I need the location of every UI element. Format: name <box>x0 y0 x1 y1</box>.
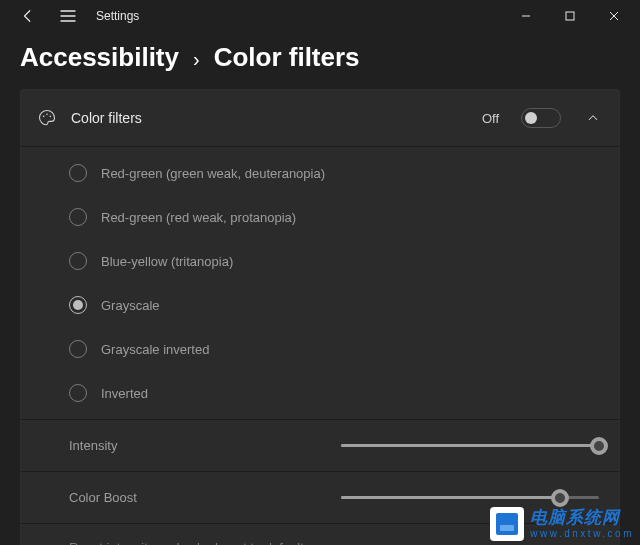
breadcrumb-separator-icon: › <box>193 48 200 71</box>
radio-icon[interactable] <box>69 340 87 358</box>
svg-point-2 <box>46 113 48 115</box>
svg-rect-0 <box>566 12 574 20</box>
filter-option[interactable]: Inverted <box>21 371 619 415</box>
color-filters-header[interactable]: Color filters Off <box>21 90 619 146</box>
toggle-state-label: Off <box>482 111 499 126</box>
radio-icon[interactable] <box>69 296 87 314</box>
radio-icon[interactable] <box>69 252 87 270</box>
filter-option[interactable]: Red-green (red weak, protanopia) <box>21 195 619 239</box>
back-button[interactable] <box>12 0 44 32</box>
filter-option[interactable]: Red-green (green weak, deuteranopia) <box>21 151 619 195</box>
filter-option-label: Grayscale inverted <box>101 342 209 357</box>
menu-button[interactable] <box>52 0 84 32</box>
title-bar: Settings <box>0 0 640 32</box>
filter-option[interactable]: Grayscale inverted <box>21 327 619 371</box>
breadcrumb: Accessibility › Color filters <box>0 32 640 89</box>
filter-option[interactable]: Grayscale <box>21 283 619 327</box>
radio-icon[interactable] <box>69 208 87 226</box>
intensity-thumb[interactable] <box>590 437 608 455</box>
color-filters-toggle[interactable] <box>521 108 561 128</box>
radio-icon[interactable] <box>69 384 87 402</box>
color-filters-header-label: Color filters <box>71 110 142 126</box>
filter-option-label: Inverted <box>101 386 148 401</box>
svg-point-1 <box>43 116 45 118</box>
filter-options-list: Red-green (green weak, deuteranopia)Red-… <box>21 146 619 419</box>
reset-row[interactable]: Reset intensity and color boost to defau… <box>21 523 619 545</box>
color-boost-row: Color Boost <box>21 471 619 523</box>
color-boost-fill <box>341 496 560 499</box>
intensity-fill <box>341 444 599 447</box>
color-filters-card: Color filters Off Red-green (green weak,… <box>20 89 620 545</box>
palette-icon <box>37 108 57 128</box>
app-title: Settings <box>96 9 139 23</box>
color-boost-label: Color Boost <box>69 490 329 505</box>
chevron-up-icon[interactable] <box>583 108 603 128</box>
reset-label: Reset intensity and color boost to defau… <box>69 540 310 545</box>
breadcrumb-parent[interactable]: Accessibility <box>20 42 179 73</box>
maximize-button[interactable] <box>548 0 592 32</box>
filter-option-label: Grayscale <box>101 298 160 313</box>
filter-option-label: Blue-yellow (tritanopia) <box>101 254 233 269</box>
breadcrumb-current: Color filters <box>214 42 360 73</box>
intensity-row: Intensity <box>21 419 619 471</box>
close-button[interactable] <box>592 0 636 32</box>
filter-option-label: Red-green (red weak, protanopia) <box>101 210 296 225</box>
color-boost-thumb[interactable] <box>551 489 569 507</box>
minimize-button[interactable] <box>504 0 548 32</box>
filter-option-label: Red-green (green weak, deuteranopia) <box>101 166 325 181</box>
color-boost-slider[interactable] <box>341 488 599 508</box>
intensity-label: Intensity <box>69 438 329 453</box>
radio-icon[interactable] <box>69 164 87 182</box>
filter-option[interactable]: Blue-yellow (tritanopia) <box>21 239 619 283</box>
svg-point-3 <box>50 116 52 118</box>
intensity-slider[interactable] <box>341 436 599 456</box>
